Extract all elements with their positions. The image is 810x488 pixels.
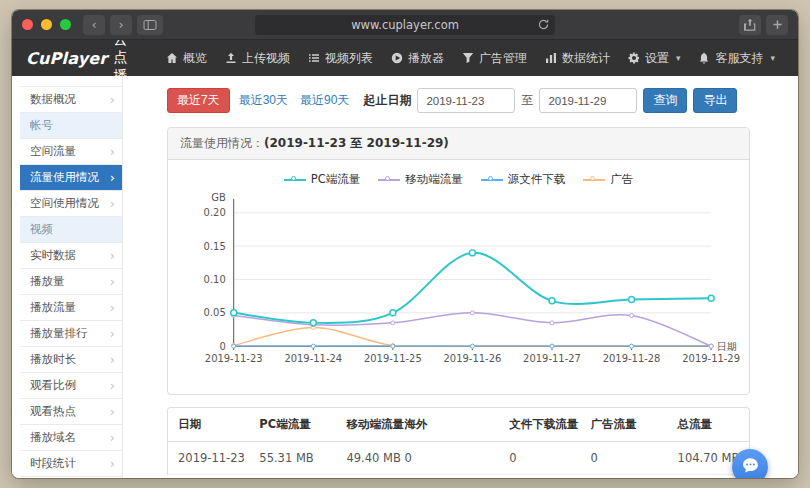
legend-line-icon <box>378 176 400 184</box>
svg-text:2019-11-29: 2019-11-29 <box>682 353 740 364</box>
table-header-cell: PC端流量 <box>249 408 336 442</box>
table-header-cell: 日期 <box>168 408 249 442</box>
chevron-right-icon: › <box>110 378 115 393</box>
chevron-right-icon: › <box>110 170 115 185</box>
chat-fab-button[interactable] <box>732 449 768 478</box>
page-content: 数据概况 › 帐号 › 空间流量 › 流量使用情况 <box>12 76 798 478</box>
share-icon[interactable] <box>739 15 761 35</box>
sidebar-toggle-icon[interactable] <box>137 15 163 35</box>
table-header-cell: 总流量 <box>668 408 749 442</box>
chevron-down-icon: ▾ <box>770 53 775 63</box>
nav-item[interactable]: 上传视频 <box>216 40 299 76</box>
sidebar-item[interactable]: 时段统计 › <box>20 451 122 477</box>
nav-item[interactable]: 播放器 <box>382 40 453 76</box>
nav-item[interactable]: 数据统计 <box>536 40 619 76</box>
traffic-line-chart: 00.050.100.150.20GB2019-11-232019-11-242… <box>174 189 743 388</box>
sidebar-item[interactable]: 帐号 › <box>20 113 122 139</box>
sidebar-item[interactable]: 播放时长 › <box>20 347 122 373</box>
legend-item[interactable]: PC端流量 <box>284 172 360 187</box>
start-date-input[interactable] <box>417 88 515 113</box>
address-bar[interactable]: www.cuplayer.com <box>255 15 555 35</box>
sidebar-item[interactable]: 观看热点 › <box>20 399 122 425</box>
svg-text:0.05: 0.05 <box>204 307 226 318</box>
chevron-right-icon: › <box>110 352 115 367</box>
close-window-button[interactable] <box>22 19 33 30</box>
svg-text:0.15: 0.15 <box>204 241 226 252</box>
sidebar-item[interactable]: 播放量排行 › <box>20 321 122 347</box>
chevron-right-icon: › <box>110 404 115 419</box>
chevron-right-icon: › <box>110 248 115 263</box>
nav-item[interactable]: 视频列表 <box>299 40 382 76</box>
svg-text:2019-11-27: 2019-11-27 <box>523 353 581 364</box>
sidebar-item[interactable]: 流量使用情况 › <box>20 165 122 191</box>
export-button[interactable]: 导出 <box>693 88 737 112</box>
browser-window: ‹ › www.cuplayer.com CuPlayer 云点播 <box>12 10 798 478</box>
chevron-right-icon: › <box>110 430 115 445</box>
nav-item-label: 播放器 <box>408 50 444 67</box>
nav-dropdown[interactable]: 设置 ▾ <box>619 40 690 76</box>
sidebar-item[interactable]: 观看比例 › <box>20 373 122 399</box>
legend-label: 广告 <box>610 172 633 187</box>
navbar-right: 设置 ▾ 客服支持 ▾ <box>619 40 784 76</box>
home-icon <box>166 52 178 64</box>
chart-container: PC端流量 移动端流量 <box>168 160 749 394</box>
main-menu: 概览 上传视频 视频列表 播放器 <box>157 40 619 76</box>
sidebar-item-label: 播放流量 <box>30 300 76 315</box>
sidebar-item[interactable]: 视频 › <box>20 217 122 243</box>
traffic-usage-panel: 流量使用情况：(2019-11-23 至 2019-11-29) PC端流量 <box>167 127 750 395</box>
sidebar-item[interactable]: 数据概况 › <box>20 87 122 113</box>
sidebar-item-label: 播放量 <box>30 274 65 289</box>
sidebar-item-label: 帐号 <box>30 118 53 133</box>
sidebar-item[interactable]: 播放域名 › <box>20 425 122 451</box>
nav-item[interactable]: 广告管理 <box>453 40 536 76</box>
browser-titlebar: ‹ › www.cuplayer.com <box>12 10 798 40</box>
svg-text:0.20: 0.20 <box>204 207 226 218</box>
chart-icon <box>545 52 557 64</box>
sidebar-item-label: 观看比例 <box>30 378 76 393</box>
legend-item[interactable]: 移动端流量 <box>378 172 463 187</box>
sidebar-item[interactable]: 播放流量 › <box>20 295 122 321</box>
last-7-days-button[interactable]: 最近7天 <box>167 88 230 112</box>
sidebar-item-label: 流量使用情况 <box>30 170 99 185</box>
legend-item[interactable]: 广告 <box>583 172 633 187</box>
chevron-right-icon: › <box>110 300 115 315</box>
chevron-right-icon: › <box>110 144 115 159</box>
new-tab-icon[interactable] <box>766 15 788 35</box>
nav-item-label: 广告管理 <box>479 50 527 67</box>
svg-text:GB: GB <box>211 192 226 203</box>
end-date-input[interactable] <box>539 88 637 113</box>
last-30-days-button[interactable]: 最近30天 <box>236 88 291 113</box>
refresh-icon[interactable] <box>537 18 550 34</box>
sidebar-item[interactable]: 空间流量 › <box>20 139 122 165</box>
legend-item[interactable]: 源文件下载 <box>481 172 566 187</box>
list-icon <box>308 52 320 64</box>
filter-icon <box>462 52 474 64</box>
sidebar-item-label: 空间使用情况 <box>30 196 99 211</box>
date-range-label: 起止日期 <box>363 92 411 109</box>
svg-text:2019-11-24: 2019-11-24 <box>284 353 342 364</box>
sidebar-item-label: 时段统计 <box>30 456 76 471</box>
forward-icon[interactable]: › <box>110 15 132 35</box>
sidebar-item[interactable]: 空间使用情况 › <box>20 191 122 217</box>
sidebar: 数据概况 › 帐号 › 空间流量 › 流量使用情况 <box>20 76 123 478</box>
nav-item-label: 概览 <box>183 50 207 67</box>
nav-dropdown[interactable]: 客服支持 ▾ <box>689 40 784 76</box>
chevron-right-icon: › <box>110 326 115 341</box>
legend-line-icon <box>481 176 503 184</box>
sidebar-item-label: 播放量排行 <box>30 326 88 341</box>
svg-text:日期: 日期 <box>717 341 737 352</box>
back-icon[interactable]: ‹ <box>83 15 105 35</box>
upload-icon <box>225 52 237 64</box>
query-button[interactable]: 查询 <box>643 88 687 112</box>
svg-text:2019-11-28: 2019-11-28 <box>603 353 661 364</box>
main-area: 最近7天 最近30天 最近90天 起止日期 至 查询 导出 流量使用情况：(20… <box>123 76 798 478</box>
sidebar-item-label: 观看热点 <box>30 404 76 419</box>
sidebar-item[interactable]: 播放量 › <box>20 269 122 295</box>
legend-label: 源文件下载 <box>508 172 566 187</box>
nav-item[interactable]: 概览 <box>157 40 216 76</box>
minimize-window-button[interactable] <box>41 19 52 30</box>
window-controls <box>22 19 71 30</box>
last-90-days-button[interactable]: 最近90天 <box>297 88 352 113</box>
zoom-window-button[interactable] <box>60 19 71 30</box>
sidebar-item[interactable]: 实时数据 › <box>20 243 122 269</box>
